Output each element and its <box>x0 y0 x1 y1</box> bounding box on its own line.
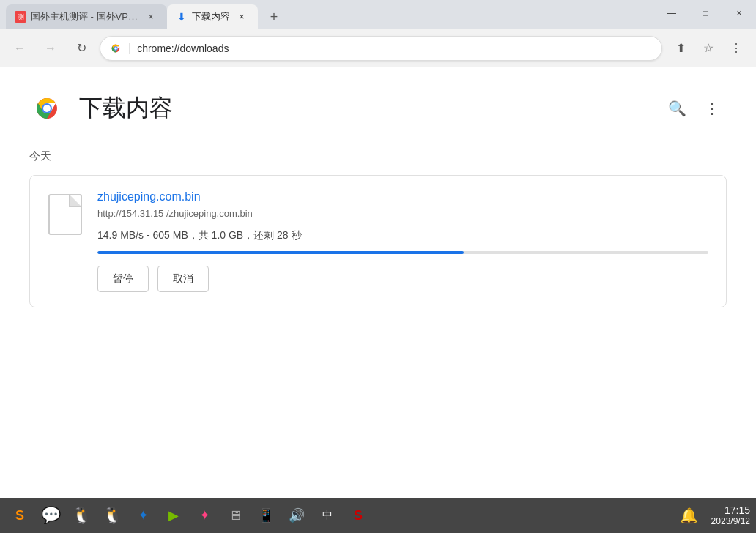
minimize-button[interactable]: — <box>655 0 689 26</box>
taskbar-app-penguin1[interactable]: 🐧 <box>67 502 95 529</box>
cancel-button[interactable]: 取消 <box>158 266 209 292</box>
tab-1-title: 国外主机测评 - 国外VPS... <box>31 10 139 23</box>
taskbar-app-monitor[interactable]: 🖥 <box>221 502 249 529</box>
progress-bar-container <box>97 251 708 254</box>
download-actions: 暂停 取消 <box>97 266 708 292</box>
browser-menu-button[interactable]: ⋮ <box>724 36 749 61</box>
page-menu-button[interactable]: ⋮ <box>697 94 727 123</box>
close-button[interactable]: × <box>722 0 756 26</box>
forward-button[interactable]: → <box>38 36 63 61</box>
bookmark-button[interactable]: ☆ <box>696 36 721 61</box>
search-icon: 🔍 <box>668 100 686 117</box>
download-speed: 14.9 MB/s - 605 MB，共 1.0 GB，还剩 28 秒 <box>97 229 708 242</box>
download-card: zhujiceping.com.bin http://154.31.15 /zh… <box>29 175 727 308</box>
nav-bar: ← → ↻ | chrome://downloads ⬆ ☆ ⋮ <box>0 29 756 67</box>
nav-right-icons: ⬆ ☆ ⋮ <box>668 36 749 61</box>
tab-2[interactable]: ⬇ 下载内容 × <box>167 4 258 29</box>
address-separator: | <box>128 42 131 55</box>
back-button[interactable]: ← <box>7 36 32 61</box>
tab-1-close[interactable]: × <box>144 10 158 24</box>
svg-point-2 <box>114 47 117 50</box>
download-url: http://154.31.15 /zhujiceping.com.bin <box>97 208 708 219</box>
taskbar-app-color[interactable]: ✦ <box>190 502 218 529</box>
taskbar-app-wechat[interactable]: 💬 <box>37 502 64 529</box>
svg-point-5 <box>43 105 51 112</box>
download-filename[interactable]: zhujiceping.com.bin <box>97 190 708 204</box>
pause-button[interactable]: 暂停 <box>97 266 149 292</box>
maximize-button[interactable]: □ <box>689 0 722 26</box>
page-header-left: 下载内容 <box>29 91 173 126</box>
taskbar-app-volume[interactable]: 🔊 <box>283 502 311 529</box>
section-label: 今天 <box>29 149 727 163</box>
taskbar-apps: S 💬 🐧 🐧 ✦ ▶ ✦ 🖥 📱 🔊 中 S <box>6 502 372 529</box>
taskbar-app-s[interactable]: S <box>6 502 34 529</box>
taskbar: S 💬 🐧 🐧 ✦ ▶ ✦ 🖥 📱 🔊 中 S 🔔 17:15 2023/9/1… <box>0 498 756 533</box>
taskbar-date-display: 2023/9/12 <box>711 516 750 526</box>
main-content: 下载内容 🔍 ⋮ 今天 zhujiceping.com.bin http://1… <box>0 67 756 498</box>
chrome-logo-large-icon <box>29 91 64 126</box>
taskbar-app-lang[interactable]: 中 <box>314 502 341 529</box>
tab-2-favicon: ⬇ <box>176 11 188 23</box>
new-tab-button[interactable]: + <box>261 4 287 29</box>
taskbar-app-phone[interactable]: 📱 <box>252 502 280 529</box>
share-button[interactable]: ⬆ <box>668 36 693 61</box>
tab-1-favicon: 测 <box>15 11 26 23</box>
tab-2-title: 下载内容 <box>192 10 230 23</box>
taskbar-time-display: 17:15 <box>711 504 750 516</box>
tabs-row: 测 国外主机测评 - 国外VPS... × ⬇ 下载内容 × + <box>6 0 287 29</box>
progress-bar-fill <box>97 251 464 254</box>
taskbar-right: 🔔 17:15 2023/9/12 <box>676 502 750 529</box>
page-header: 下载内容 🔍 ⋮ <box>29 91 727 126</box>
search-button[interactable]: 🔍 <box>662 94 692 123</box>
address-url: chrome://downloads <box>137 42 653 54</box>
download-info: zhujiceping.com.bin http://154.31.15 /zh… <box>97 190 708 292</box>
taskbar-app-penguin2[interactable]: 🐧 <box>98 502 126 529</box>
notification-button[interactable]: 🔔 <box>676 502 703 529</box>
taskbar-app-nvidia[interactable]: ▶ <box>160 502 188 529</box>
taskbar-clock: 17:15 2023/9/12 <box>711 504 750 526</box>
taskbar-app-wps[interactable]: S <box>344 502 372 529</box>
chrome-logo-icon <box>109 42 122 55</box>
tab-2-close[interactable]: × <box>234 10 249 24</box>
taskbar-app-bluetooth[interactable]: ✦ <box>129 502 157 529</box>
more-vert-icon: ⋮ <box>705 100 719 117</box>
svg-rect-6 <box>49 195 81 234</box>
title-bar: 测 国外主机测评 - 国外VPS... × ⬇ 下载内容 × + — □ × <box>0 0 756 29</box>
file-icon <box>48 193 83 236</box>
tab-1[interactable]: 测 国外主机测评 - 国外VPS... × <box>6 4 167 29</box>
reload-button[interactable]: ↻ <box>69 36 94 61</box>
window-controls: — □ × <box>655 0 756 26</box>
address-bar[interactable]: | chrome://downloads <box>100 36 662 61</box>
page-header-right: 🔍 ⋮ <box>662 94 727 123</box>
page-title: 下载内容 <box>79 92 173 124</box>
